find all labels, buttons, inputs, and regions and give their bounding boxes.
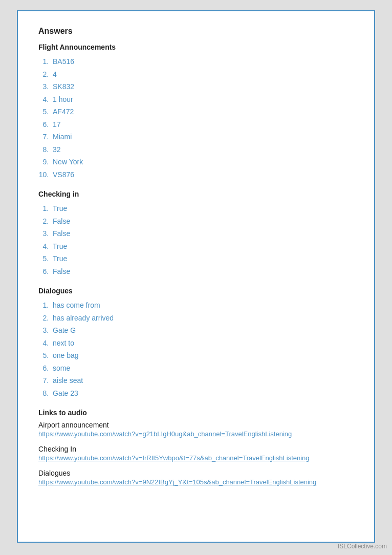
list-item: False <box>51 265 354 278</box>
list-item: 4 <box>51 68 354 81</box>
flight-announcements-list: BA516 4 SK832 1 hour AF472 17 Miami 32 N… <box>51 55 354 181</box>
airport-announcement-label: Airport announcement <box>38 421 354 429</box>
checking-in-title: Checking in <box>38 190 354 198</box>
list-item: next to <box>51 337 354 350</box>
list-item: Gate 23 <box>51 387 354 400</box>
dialogue-list: has come from has already arrived Gate G… <box>51 299 354 399</box>
list-item: has already arrived <box>51 312 354 325</box>
list-item: has come from <box>51 299 354 312</box>
link-group-airport: Airport announcement https://www.youtube… <box>38 421 354 438</box>
checking-in-label: Checking In <box>38 445 354 453</box>
links-to-audio-title: Links to audio <box>38 409 354 417</box>
airport-announcement-url[interactable]: https://www.youtube.com/watch?v=g21bLIgH… <box>38 430 354 438</box>
link-group-dialogues: Dialogues https://www.youtube.com/watch?… <box>38 469 354 486</box>
list-item: SK832 <box>51 80 354 93</box>
dialogues-section: Dialogues has come from has already arri… <box>38 287 354 399</box>
list-item: VS876 <box>51 168 354 181</box>
checking-in-list: True False False True True False <box>51 202 354 278</box>
list-item: True <box>51 252 354 265</box>
dialogues-link-label: Dialogues <box>38 469 354 477</box>
list-item: AF472 <box>51 105 354 118</box>
flight-announcements-section: Flight Announcements BA516 4 SK832 1 hou… <box>38 43 354 181</box>
flight-announcements-title: Flight Announcements <box>38 43 354 51</box>
list-item: Gate G <box>51 324 354 337</box>
list-item: one bag <box>51 349 354 362</box>
list-item: True <box>51 202 354 215</box>
list-item: 17 <box>51 118 354 131</box>
dialogues-url[interactable]: https://www.youtube.com/watch?v=9N22IBgY… <box>38 478 354 486</box>
list-item: True <box>51 240 354 253</box>
list-item: 32 <box>51 143 354 156</box>
list-item: Miami <box>51 131 354 143</box>
list-item: BA516 <box>51 55 354 68</box>
list-item: some <box>51 362 354 375</box>
checking-in-section: Checking in True False False True True F… <box>38 190 354 278</box>
dialogues-title: Dialogues <box>38 287 354 295</box>
list-item: False <box>51 215 354 228</box>
link-group-checking: Checking In https://www.youtube.com/watc… <box>38 445 354 462</box>
list-item: aisle seat <box>51 374 354 387</box>
checking-in-url[interactable]: https://www.youtube.com/watch?v=frRII5Yw… <box>38 454 354 462</box>
answers-heading: Answers <box>38 27 354 36</box>
list-item: 1 hour <box>51 93 354 106</box>
watermark: ISLCollective.com <box>338 543 387 550</box>
list-item: New York <box>51 156 354 168</box>
list-item: False <box>51 227 354 240</box>
page-container: Answers Flight Announcements BA516 4 SK8… <box>17 10 375 543</box>
links-section: Links to audio Airport announcement http… <box>38 409 354 486</box>
